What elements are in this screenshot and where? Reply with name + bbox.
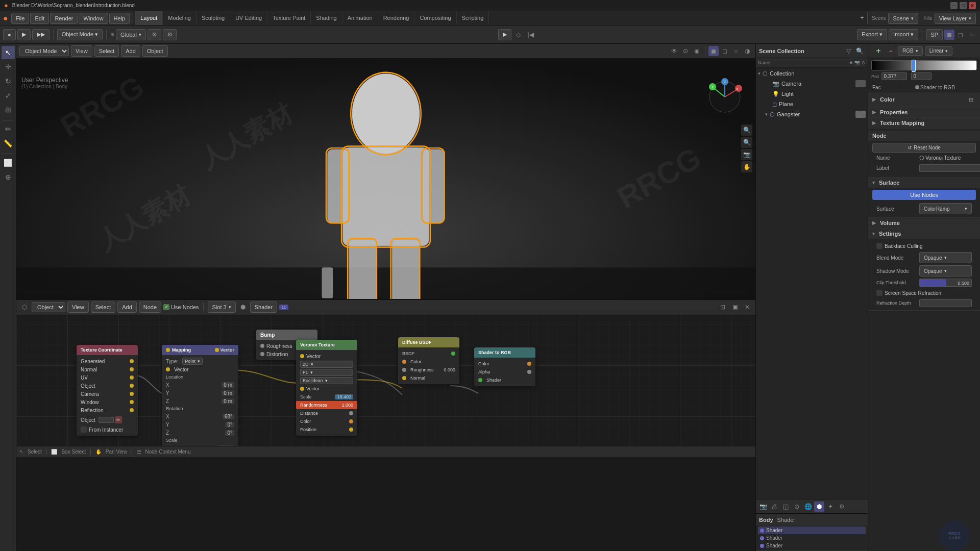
viewport-shade-render[interactable]: ○ (967, 30, 977, 40)
tab-uv-editing[interactable]: UV Editing (230, 11, 267, 26)
np-remove-btn[interactable]: − (886, 46, 896, 56)
outliner-item-gangster[interactable]: ▾ ⬡ Gangster (763, 109, 868, 119)
engine-selector[interactable]: ● (3, 29, 16, 40)
node-shader-to-rgb[interactable]: Shader to RGB Color Alpha (474, 347, 535, 386)
np-add-btn[interactable]: + (873, 46, 884, 56)
shade-rendered-btn[interactable]: ○ (731, 46, 741, 56)
mapping-rotz[interactable]: Z0° (162, 429, 238, 437)
surface-section-header[interactable]: ▾ Surface (868, 178, 980, 188)
menu-render[interactable]: Render (50, 13, 78, 24)
mapping-locz[interactable]: Z0 m (162, 397, 238, 405)
add-workspace-button[interactable]: + (857, 13, 867, 23)
outliner-item-camera[interactable]: 📷 Camera (763, 79, 868, 89)
proportional-edit[interactable]: ⊙ (163, 29, 177, 40)
node-texture-coordinate[interactable]: Texture Coordinate Generated Normal UV (77, 345, 138, 436)
tool-cursor[interactable]: ↖ (2, 46, 15, 59)
gradient-handle-active[interactable] (912, 60, 916, 72)
voronoi-dimensions[interactable]: 2D (296, 360, 357, 368)
reset-node-button[interactable]: ↺ Reset Node (872, 143, 976, 153)
tab-shading[interactable]: Shading (311, 11, 342, 26)
node-voronoi[interactable]: Voronoi Texture Vector 2D F1 (296, 340, 357, 436)
node-view-toggle[interactable]: ▣ (730, 302, 740, 312)
node-object-select[interactable]: Object (32, 302, 65, 312)
close-button[interactable]: ✕ (969, 2, 976, 9)
orientation-selector[interactable]: Global (116, 29, 146, 40)
menu-file[interactable]: File (11, 13, 30, 24)
viewport-overlay-toggle[interactable]: 👁 (669, 46, 679, 56)
tab-rendering[interactable]: Rendering (378, 11, 415, 26)
color-section-header[interactable]: ▶ Color ⊞ (868, 92, 980, 107)
mapping-type-select[interactable]: Point (182, 358, 203, 365)
refraction-input[interactable] (919, 299, 972, 307)
backface-check[interactable]: ✓ (876, 243, 883, 249)
ssr-check[interactable]: ✓ (876, 290, 883, 296)
mapping-rotx[interactable]: X68° (162, 412, 238, 420)
tab-animation[interactable]: Animation (342, 11, 378, 26)
tool-move[interactable]: ✛ (2, 60, 15, 73)
viewport-object-menu[interactable]: Object (142, 45, 168, 57)
keyframe-button[interactable]: ◇ (513, 30, 524, 40)
outliner-filter[interactable]: ▽ (843, 46, 853, 56)
mapping-locy[interactable]: Y0 m (162, 389, 238, 397)
texmap-section-header[interactable]: ▶ Texture Mapping (868, 118, 980, 128)
shade-material-btn[interactable]: ◻ (720, 46, 730, 56)
voronoi-dim-select[interactable]: 2D (300, 361, 353, 368)
voronoi-feature[interactable]: F1 (296, 368, 357, 377)
viewport-shade-solid[interactable]: ◼ (944, 30, 954, 40)
nav-zoom-out[interactable]: 🔍 (741, 137, 752, 148)
tool-add-cube[interactable]: ⬜ (2, 156, 15, 169)
node-view-menu[interactable]: View (67, 302, 89, 313)
menu-window[interactable]: Window (79, 13, 108, 24)
node-content-area[interactable]: Bump Roughness 0.500 Distortion 0.000 (16, 314, 755, 457)
export-button[interactable]: Export ▾ (857, 29, 887, 40)
props-tab-scene[interactable]: ⊙ (792, 502, 802, 512)
voronoi-scale-row[interactable]: Scale 18.400 (296, 393, 357, 401)
diffuse-rough-in[interactable]: Roughness 0.000 (398, 366, 459, 374)
color-grid-btn[interactable]: ⊞ (966, 94, 976, 105)
tc-from-instancer[interactable]: ✓ From Instancer (77, 425, 138, 434)
frame-start[interactable]: |◀ (526, 30, 536, 40)
scene-selector[interactable]: Scene (888, 13, 918, 24)
shader-list-item-1[interactable]: Shader (758, 527, 866, 534)
viewport-content[interactable]: RRCG 人人素材 RRCG 人人素材 User Perspective (1)… (16, 58, 755, 299)
node-select-menu[interactable]: Select (91, 302, 116, 313)
props-tab-physics[interactable]: ⚙ (837, 502, 847, 512)
tab-texture-paint[interactable]: Texture Paint (267, 11, 311, 26)
node-close[interactable]: ✕ (742, 302, 752, 312)
outliner-item-light[interactable]: 💡 Light (763, 89, 868, 99)
tc-instancer-check[interactable]: ✓ (81, 427, 87, 433)
node-label-input[interactable] (919, 164, 980, 172)
voronoi-feature-select[interactable]: F1 (300, 369, 353, 376)
object-mode-button[interactable]: Object Mode ▾ (57, 29, 103, 40)
clip-thresh-bar[interactable]: 0.500 (919, 279, 972, 287)
tool-scale[interactable]: ⤢ (2, 89, 15, 102)
snap-button[interactable]: ⊙ (148, 29, 161, 40)
node-mapping[interactable]: Mapping Vector Type: Point Vector (162, 345, 238, 457)
tool-add-object[interactable]: ⊕ (2, 170, 15, 184)
volume-section-header[interactable]: ▶ Volume (868, 218, 980, 228)
node-shader-name[interactable]: Shader (250, 302, 277, 313)
play-button[interactable]: ▶ (498, 29, 511, 40)
props-tab-world[interactable]: 🌐 (803, 502, 813, 512)
tab-modeling[interactable]: Modeling (163, 11, 197, 26)
settings-section-header[interactable]: ▾ Settings (868, 229, 980, 239)
node-slot-selector[interactable]: Slot 3 (208, 302, 236, 313)
tab-sculpting[interactable]: Sculpting (197, 11, 230, 26)
props-tab-output[interactable]: 🖨 (769, 502, 779, 512)
nav-pan[interactable]: ✋ (741, 161, 752, 172)
tool-measure[interactable]: 📏 (2, 137, 15, 150)
np-rgb-mode[interactable]: RGB (898, 46, 923, 56)
voronoi-distance[interactable]: Euclidean (296, 377, 357, 385)
props-tab-render[interactable]: 📷 (758, 502, 768, 512)
blend-mode-select[interactable]: Opaque (919, 252, 972, 263)
menu-help[interactable]: Help (109, 13, 130, 24)
window-controls[interactable]: ─ □ ✕ (950, 2, 976, 9)
import-button[interactable]: Import ▾ (889, 29, 918, 40)
shadow-mode-select[interactable]: Opaque (919, 265, 972, 277)
maximize-button[interactable]: □ (960, 2, 967, 9)
viewport-view-menu[interactable]: View (71, 45, 92, 57)
render-animation-button[interactable]: ▶▶ (32, 29, 50, 40)
tool-annotate[interactable]: ✏ (2, 122, 15, 136)
tc-object-field[interactable]: Object ✏ (77, 414, 138, 425)
backface-row[interactable]: ✓ Backface Culling (872, 241, 976, 251)
